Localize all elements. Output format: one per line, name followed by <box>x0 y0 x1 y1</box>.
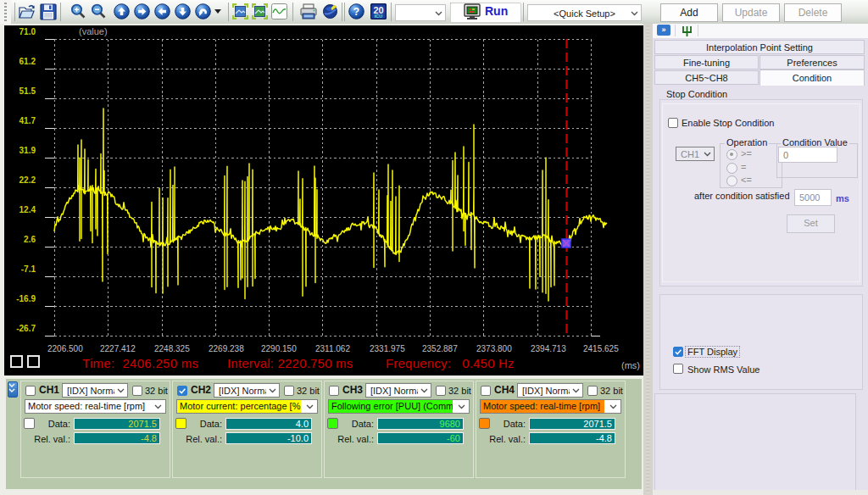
svg-text:?: ? <box>353 6 359 18</box>
svg-text:ICU: ICU <box>375 14 383 19</box>
